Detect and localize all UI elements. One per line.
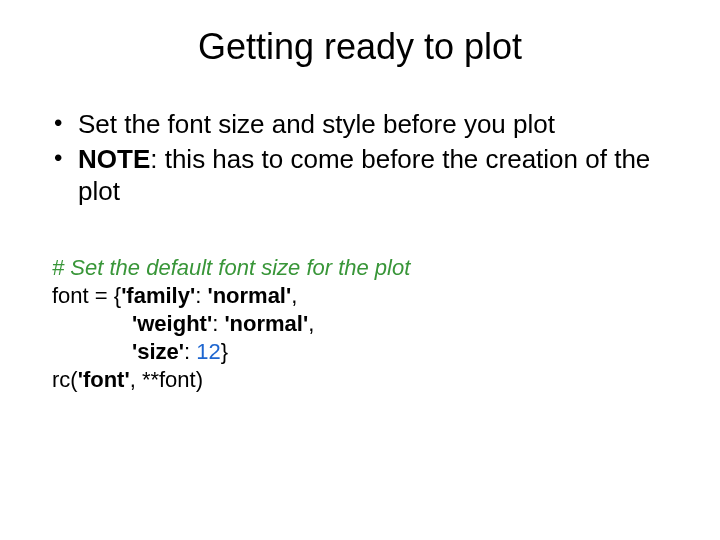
l3-val: 12	[196, 339, 220, 364]
code-line-1: font = {'family': 'normal',	[52, 282, 670, 310]
comment-text: # Set the default font size for the plot	[52, 255, 410, 280]
l1-colon: :	[195, 283, 207, 308]
bullet-2-note: NOTE	[78, 144, 150, 174]
l3-key: 'size'	[132, 339, 184, 364]
l3-end: }	[221, 339, 228, 364]
l1-val: 'normal'	[207, 283, 291, 308]
l4-ident: rc(	[52, 367, 78, 392]
bullet-item-1: Set the font size and style before you p…	[50, 108, 670, 141]
l2-key: 'weight'	[132, 311, 212, 336]
bullet-2-text: : this has to come before the creation o…	[78, 144, 650, 207]
slide-title: Getting ready to plot	[50, 26, 670, 68]
l1-key: 'family'	[121, 283, 195, 308]
l3-colon: :	[184, 339, 196, 364]
l1-ident: font = {	[52, 283, 121, 308]
code-line-3: 'size': 12}	[52, 338, 670, 366]
code-comment: # Set the default font size for the plot	[52, 254, 670, 282]
code-line-2: 'weight': 'normal',	[52, 310, 670, 338]
l2-val: 'normal'	[224, 311, 308, 336]
l4-mid: , **font)	[130, 367, 203, 392]
bullet-list: Set the font size and style before you p…	[50, 108, 670, 208]
code-block: # Set the default font size for the plot…	[52, 254, 670, 395]
code-line-4: rc('font', **font)	[52, 366, 670, 394]
l4-arg1: 'font'	[78, 367, 130, 392]
l2-colon: :	[212, 311, 224, 336]
bullet-item-2: NOTE: this has to come before the creati…	[50, 143, 670, 208]
l2-end: ,	[308, 311, 314, 336]
l1-end: ,	[291, 283, 297, 308]
